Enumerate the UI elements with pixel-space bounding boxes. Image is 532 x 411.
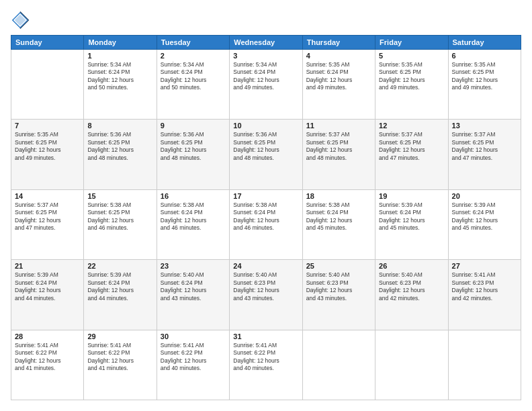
calendar-cell: [375, 330, 448, 400]
cell-info: Sunrise: 5:40 AM Sunset: 6:23 PM Dayligh…: [379, 271, 444, 302]
day-number: 2: [161, 52, 226, 60]
cell-info: Sunrise: 5:40 AM Sunset: 6:24 PM Dayligh…: [161, 271, 226, 302]
cell-info: Sunrise: 5:37 AM Sunset: 6:25 PM Dayligh…: [379, 131, 444, 162]
calendar-cell: 17Sunrise: 5:38 AM Sunset: 6:24 PM Dayli…: [230, 189, 302, 259]
day-number: 13: [452, 122, 517, 130]
calendar-header-row: Sunday Monday Tuesday Wednesday Thursday…: [11, 36, 521, 50]
col-thursday: Thursday: [302, 36, 375, 50]
day-number: 8: [87, 122, 152, 130]
cell-info: Sunrise: 5:41 AM Sunset: 6:22 PM Dayligh…: [87, 342, 152, 373]
calendar-cell: 19Sunrise: 5:39 AM Sunset: 6:24 PM Dayli…: [375, 189, 448, 259]
logo: [11, 11, 32, 30]
calendar-cell: 10Sunrise: 5:36 AM Sunset: 6:25 PM Dayli…: [230, 120, 302, 189]
cell-info: Sunrise: 5:36 AM Sunset: 6:25 PM Dayligh…: [87, 131, 152, 162]
day-number: 31: [233, 332, 298, 340]
day-number: 1: [87, 52, 152, 60]
calendar-cell: 21Sunrise: 5:39 AM Sunset: 6:24 PM Dayli…: [11, 260, 84, 330]
calendar-week-row: 28Sunrise: 5:41 AM Sunset: 6:22 PM Dayli…: [11, 330, 521, 400]
calendar-cell: 6Sunrise: 5:35 AM Sunset: 6:25 PM Daylig…: [448, 50, 521, 120]
day-number: 20: [452, 192, 517, 200]
cell-info: Sunrise: 5:35 AM Sunset: 6:25 PM Dayligh…: [15, 131, 80, 162]
day-number: 11: [306, 122, 371, 130]
cell-info: Sunrise: 5:37 AM Sunset: 6:25 PM Dayligh…: [15, 201, 80, 232]
cell-info: Sunrise: 5:38 AM Sunset: 6:24 PM Dayligh…: [233, 201, 298, 232]
cell-info: Sunrise: 5:39 AM Sunset: 6:24 PM Dayligh…: [452, 201, 517, 232]
col-monday: Monday: [84, 36, 157, 50]
cell-info: Sunrise: 5:39 AM Sunset: 6:24 PM Dayligh…: [379, 201, 444, 232]
day-number: 28: [15, 332, 80, 340]
calendar-cell: 3Sunrise: 5:34 AM Sunset: 6:24 PM Daylig…: [230, 50, 302, 120]
calendar-cell: 12Sunrise: 5:37 AM Sunset: 6:25 PM Dayli…: [375, 120, 448, 189]
day-number: 6: [452, 52, 517, 60]
day-number: 21: [15, 262, 80, 270]
cell-info: Sunrise: 5:36 AM Sunset: 6:25 PM Dayligh…: [233, 131, 298, 162]
calendar-cell: 13Sunrise: 5:37 AM Sunset: 6:25 PM Dayli…: [448, 120, 521, 189]
calendar-week-row: 21Sunrise: 5:39 AM Sunset: 6:24 PM Dayli…: [11, 260, 521, 330]
cell-info: Sunrise: 5:40 AM Sunset: 6:23 PM Dayligh…: [306, 271, 371, 302]
calendar-cell: 7Sunrise: 5:35 AM Sunset: 6:25 PM Daylig…: [11, 120, 84, 189]
calendar-cell: 9Sunrise: 5:36 AM Sunset: 6:25 PM Daylig…: [157, 120, 229, 189]
cell-info: Sunrise: 5:35 AM Sunset: 6:25 PM Dayligh…: [379, 61, 444, 92]
calendar-cell: 30Sunrise: 5:41 AM Sunset: 6:22 PM Dayli…: [157, 330, 229, 400]
day-number: 19: [379, 192, 444, 200]
col-tuesday: Tuesday: [157, 36, 229, 50]
day-number: 26: [379, 262, 444, 270]
header: [11, 11, 521, 30]
calendar-cell: 2Sunrise: 5:34 AM Sunset: 6:24 PM Daylig…: [157, 50, 229, 120]
calendar-cell: 8Sunrise: 5:36 AM Sunset: 6:25 PM Daylig…: [84, 120, 157, 189]
col-friday: Friday: [375, 36, 448, 50]
day-number: 24: [233, 262, 298, 270]
calendar-cell: 20Sunrise: 5:39 AM Sunset: 6:24 PM Dayli…: [448, 189, 521, 259]
calendar-cell: 14Sunrise: 5:37 AM Sunset: 6:25 PM Dayli…: [11, 189, 84, 259]
calendar-cell: 25Sunrise: 5:40 AM Sunset: 6:23 PM Dayli…: [302, 260, 375, 330]
cell-info: Sunrise: 5:39 AM Sunset: 6:24 PM Dayligh…: [87, 271, 152, 302]
cell-info: Sunrise: 5:41 AM Sunset: 6:23 PM Dayligh…: [452, 271, 517, 302]
cell-info: Sunrise: 5:35 AM Sunset: 6:24 PM Dayligh…: [306, 61, 371, 92]
cell-info: Sunrise: 5:34 AM Sunset: 6:24 PM Dayligh…: [161, 61, 226, 92]
cell-info: Sunrise: 5:37 AM Sunset: 6:25 PM Dayligh…: [452, 131, 517, 162]
col-sunday: Sunday: [11, 36, 84, 50]
cell-info: Sunrise: 5:38 AM Sunset: 6:24 PM Dayligh…: [306, 201, 371, 232]
day-number: 16: [161, 192, 226, 200]
day-number: 7: [15, 122, 80, 130]
calendar-cell: [11, 50, 84, 120]
cell-info: Sunrise: 5:41 AM Sunset: 6:22 PM Dayligh…: [161, 342, 226, 373]
day-number: 12: [379, 122, 444, 130]
cell-info: Sunrise: 5:40 AM Sunset: 6:23 PM Dayligh…: [233, 271, 298, 302]
day-number: 27: [452, 262, 517, 270]
day-number: 30: [161, 332, 226, 340]
calendar-cell: 31Sunrise: 5:41 AM Sunset: 6:22 PM Dayli…: [230, 330, 302, 400]
calendar-week-row: 14Sunrise: 5:37 AM Sunset: 6:25 PM Dayli…: [11, 189, 521, 259]
calendar-cell: 1Sunrise: 5:34 AM Sunset: 6:24 PM Daylig…: [84, 50, 157, 120]
calendar-cell: 11Sunrise: 5:37 AM Sunset: 6:25 PM Dayli…: [302, 120, 375, 189]
calendar-cell: [448, 330, 521, 400]
day-number: 18: [306, 192, 371, 200]
day-number: 15: [87, 192, 152, 200]
calendar-cell: 16Sunrise: 5:38 AM Sunset: 6:24 PM Dayli…: [157, 189, 229, 259]
day-number: 14: [15, 192, 80, 200]
day-number: 23: [161, 262, 226, 270]
calendar-cell: 15Sunrise: 5:38 AM Sunset: 6:25 PM Dayli…: [84, 189, 157, 259]
col-wednesday: Wednesday: [230, 36, 302, 50]
day-number: 29: [87, 332, 152, 340]
calendar-cell: [302, 330, 375, 400]
page: Sunday Monday Tuesday Wednesday Thursday…: [0, 0, 532, 411]
calendar-cell: 28Sunrise: 5:41 AM Sunset: 6:22 PM Dayli…: [11, 330, 84, 400]
calendar-cell: 24Sunrise: 5:40 AM Sunset: 6:23 PM Dayli…: [230, 260, 302, 330]
day-number: 3: [233, 52, 298, 60]
calendar-cell: 29Sunrise: 5:41 AM Sunset: 6:22 PM Dayli…: [84, 330, 157, 400]
calendar-cell: 27Sunrise: 5:41 AM Sunset: 6:23 PM Dayli…: [448, 260, 521, 330]
calendar-cell: 5Sunrise: 5:35 AM Sunset: 6:25 PM Daylig…: [375, 50, 448, 120]
day-number: 9: [161, 122, 226, 130]
calendar-cell: 18Sunrise: 5:38 AM Sunset: 6:24 PM Dayli…: [302, 189, 375, 259]
day-number: 17: [233, 192, 298, 200]
calendar-cell: 26Sunrise: 5:40 AM Sunset: 6:23 PM Dayli…: [375, 260, 448, 330]
calendar-cell: 22Sunrise: 5:39 AM Sunset: 6:24 PM Dayli…: [84, 260, 157, 330]
col-saturday: Saturday: [448, 36, 521, 50]
cell-info: Sunrise: 5:35 AM Sunset: 6:25 PM Dayligh…: [452, 61, 517, 92]
cell-info: Sunrise: 5:34 AM Sunset: 6:24 PM Dayligh…: [87, 61, 152, 92]
day-number: 4: [306, 52, 371, 60]
calendar-table: Sunday Monday Tuesday Wednesday Thursday…: [11, 35, 521, 400]
calendar-week-row: 7Sunrise: 5:35 AM Sunset: 6:25 PM Daylig…: [11, 120, 521, 189]
calendar-week-row: 1Sunrise: 5:34 AM Sunset: 6:24 PM Daylig…: [11, 50, 521, 120]
